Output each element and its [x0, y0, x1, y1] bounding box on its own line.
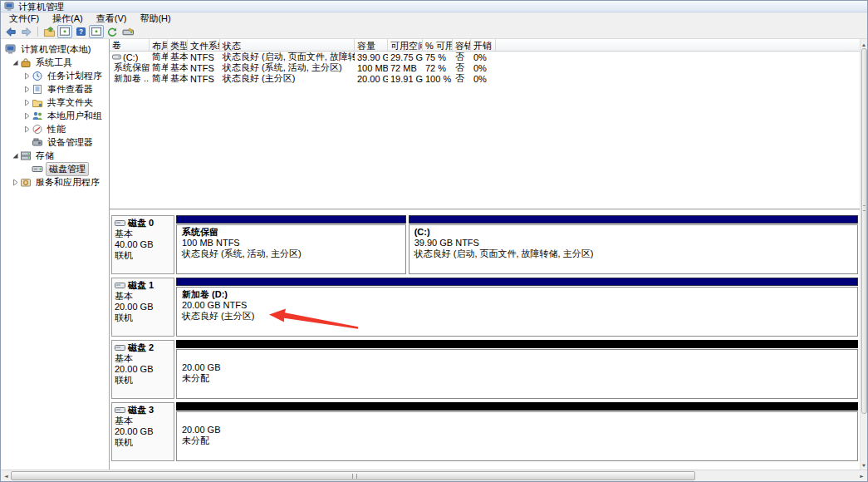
collapsed-triangle-icon[interactable]: [22, 112, 32, 120]
menu-file[interactable]: 文件(F): [2, 12, 46, 26]
vertical-scrollbar-thumb[interactable]: [861, 48, 867, 414]
scroll-left-button[interactable]: ◄: [2, 471, 11, 481]
unallocated-space[interactable]: 20.00 GB 未分配: [176, 340, 858, 399]
volume-list-header: 卷 布局 类型 文件系统 状态 容量 可用空间 % 可用 容错 开销: [110, 39, 860, 52]
tree-item-label: 系统工具: [34, 57, 74, 69]
console-window-button[interactable]: [89, 25, 104, 38]
tree-item-services-applications[interactable]: 服务和应用程序: [1, 175, 109, 189]
event-viewer-icon: [32, 84, 43, 95]
disk-size: 20.00 GB: [115, 302, 171, 312]
volume-overhead: 0%: [471, 63, 496, 73]
vertical-scrollbar[interactable]: ▲ ▼: [860, 39, 867, 470]
partition-system-reserved[interactable]: 系统保留 100 MB NTFS 状态良好 (系统, 活动, 主分区): [176, 215, 406, 274]
disk-3-info-card[interactable]: 磁盘 3 基本 20.00 GB 联机: [111, 402, 174, 461]
scroll-up-button[interactable]: ▲: [861, 40, 867, 48]
tree-item-device-manager[interactable]: 设备管理器: [1, 135, 109, 149]
unallocated-space[interactable]: 20.00 GB 未分配: [176, 402, 858, 461]
left-arrow-icon: ◄: [3, 474, 9, 479]
column-header-capacity[interactable]: 容量: [355, 39, 388, 51]
back-button[interactable]: [3, 25, 18, 38]
forward-button[interactable]: [19, 25, 34, 38]
services-icon: [20, 177, 32, 188]
tree-item-performance[interactable]: 性能: [1, 122, 109, 135]
performance-icon: [32, 124, 43, 135]
disk-0-info-card[interactable]: 磁盘 0 基本 40.00 GB 联机: [111, 215, 174, 274]
column-header-filler: [496, 39, 860, 51]
menu-help[interactable]: 帮助(H): [133, 12, 177, 26]
tree-item-local-users-groups[interactable]: 本地用户和组: [1, 109, 109, 122]
collapsed-triangle-icon[interactable]: [11, 179, 20, 186]
device-manager-icon: [32, 137, 43, 148]
main-area: 计算机管理(本地) 系统工具 任务计划程序 事件查看器 共享文件夹: [1, 39, 867, 470]
disk-type: 基本: [115, 353, 171, 364]
column-header-type[interactable]: 类型: [168, 39, 188, 51]
expanded-triangle-icon[interactable]: [11, 152, 20, 160]
disk-2-partitions: 20.00 GB 未分配: [176, 340, 858, 399]
volume-list-panel: 卷 布局 类型 文件系统 状态 容量 可用空间 % 可用 容错 开销 (C:) …: [110, 39, 860, 209]
disk-status: 联机: [115, 250, 171, 261]
volume-filesystem: NTFS: [188, 63, 220, 73]
export-list-button[interactable]: [42, 25, 56, 38]
volume-row-new-volume[interactable]: 新加卷 ... 简单 基本 NTFS 状态良好 (主分区) 20.00 GB 1…: [110, 73, 860, 84]
svg-text:?: ?: [78, 27, 82, 36]
toolbar: ?: [1, 25, 867, 39]
tree-item-storage[interactable]: 存储: [1, 149, 109, 162]
column-header-fault-tolerance[interactable]: 容错: [453, 39, 471, 51]
disk-name: 磁盘 0: [128, 218, 154, 229]
column-header-volume[interactable]: 卷: [110, 39, 150, 51]
collapsed-triangle-icon[interactable]: [22, 99, 32, 106]
collapsed-triangle-icon[interactable]: [22, 72, 32, 80]
help-icon: ?: [76, 27, 86, 37]
horizontal-scrollbar-thumb[interactable]: [11, 471, 695, 480]
thumb-grip: [863, 205, 866, 211]
collapsed-triangle-icon[interactable]: [22, 86, 32, 93]
refresh-button[interactable]: [105, 25, 120, 38]
column-header-layout[interactable]: 布局: [150, 39, 168, 51]
scroll-right-button[interactable]: ►: [857, 471, 866, 481]
volume-capacity: 20.00 GB: [355, 74, 388, 84]
tree-item-event-viewer[interactable]: 事件查看器: [1, 82, 109, 96]
volume-type: 基本: [168, 72, 188, 85]
volume-free-space: 29.75 GB: [388, 52, 423, 62]
expanded-triangle-icon[interactable]: [11, 59, 20, 66]
horizontal-scrollbar[interactable]: ◄ ►: [1, 470, 867, 481]
tree-item-system-tools[interactable]: 系统工具: [1, 56, 109, 69]
disk-2-row: 磁盘 2 基本 20.00 GB 联机 20.00 GB 未分配: [111, 340, 858, 399]
disk-1-info-card[interactable]: 磁盘 1 基本 20.00 GB 联机: [111, 278, 174, 337]
tree-item-computer-management[interactable]: 计算机管理(本地): [1, 42, 109, 56]
unallocated-color-bar: [176, 402, 858, 411]
partition-d-drive[interactable]: 新加卷 (D:) 20.00 GB NTFS 状态良好 (主分区): [176, 278, 858, 337]
disk-3-row: 磁盘 3 基本 20.00 GB 联机 20.00 GB 未分配: [111, 402, 858, 461]
volume-overhead: 0%: [471, 52, 496, 62]
tree-item-disk-management[interactable]: 磁盘管理: [1, 162, 109, 175]
column-header-overhead[interactable]: 开销: [471, 39, 496, 51]
console-tree-button[interactable]: [57, 25, 72, 38]
partition-name: (C:): [414, 227, 852, 238]
volume-fault-tolerance: 否: [453, 72, 471, 85]
column-header-filesystem[interactable]: 文件系统: [188, 39, 220, 51]
graphical-disk-view: 磁盘 0 基本 40.00 GB 联机 系统保留 100 MB NTFS 状态良…: [110, 211, 860, 470]
scroll-down-button[interactable]: ▼: [861, 460, 867, 469]
partition-detail: 20.00 GB NTFS: [182, 300, 852, 311]
menu-bar: 文件(F) 操作(A) 查看(V) 帮助(H): [1, 12, 867, 25]
collapsed-triangle-icon[interactable]: [22, 125, 32, 133]
disk-management-pane: 卷 布局 类型 文件系统 状态 容量 可用空间 % 可用 容错 开销 (C:) …: [110, 39, 860, 470]
down-arrow-icon: ▼: [861, 462, 867, 467]
partition-c-drive[interactable]: (C:) 39.90 GB NTFS 状态良好 (启动, 页面文件, 故障转储,…: [409, 215, 858, 274]
column-header-free-space[interactable]: 可用空间: [388, 39, 423, 51]
help-button[interactable]: ?: [73, 25, 88, 38]
window-title: 计算机管理: [18, 2, 64, 12]
volume-capacity: 100 MB: [355, 63, 388, 73]
disk-type: 基本: [115, 229, 171, 239]
disk-2-info-card[interactable]: 磁盘 2 基本 20.00 GB 联机: [111, 340, 174, 399]
volume-pct-free: 75 %: [423, 52, 453, 62]
tree-item-shared-folders[interactable]: 共享文件夹: [1, 96, 109, 109]
disk-status: 联机: [115, 312, 171, 323]
column-header-status[interactable]: 状态: [220, 39, 355, 51]
menu-view[interactable]: 查看(V): [90, 12, 134, 26]
primary-partition-color-bar: [176, 215, 406, 224]
tree-item-task-scheduler[interactable]: 任务计划程序: [1, 69, 109, 82]
menu-action[interactable]: 操作(A): [46, 12, 90, 26]
disk-settings-button[interactable]: [120, 25, 135, 38]
column-header-pct-free[interactable]: % 可用: [423, 39, 453, 51]
